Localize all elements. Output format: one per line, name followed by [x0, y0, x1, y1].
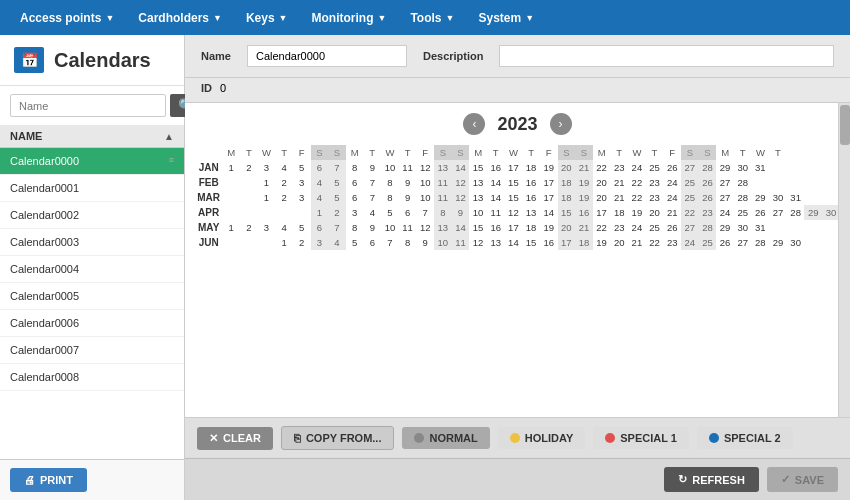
calendar-day[interactable]: 3	[311, 235, 329, 250]
calendar-day[interactable]: 22	[593, 160, 611, 175]
calendar-day[interactable]: 11	[452, 235, 470, 250]
calendar-day[interactable]: 23	[646, 175, 664, 190]
calendar-day[interactable]: 17	[558, 235, 576, 250]
nav-tools[interactable]: Tools ▼	[398, 0, 466, 35]
list-item[interactable]: Calendar0000 ≡	[0, 148, 184, 175]
normal-button[interactable]: NORMAL	[402, 427, 489, 449]
refresh-button[interactable]: ↻ REFRESH	[664, 467, 759, 492]
calendar-day[interactable]: 18	[522, 220, 540, 235]
calendar-day[interactable]: 14	[452, 220, 470, 235]
calendar-day[interactable]: 23	[610, 220, 628, 235]
calendar-day[interactable]: 9	[416, 235, 434, 250]
calendar-day[interactable]: 3	[293, 175, 311, 190]
calendar-day[interactable]: 31	[752, 220, 770, 235]
calendar-day[interactable]: 11	[399, 220, 417, 235]
copy-from-button[interactable]: ⎘ COPY FROM...	[281, 426, 395, 450]
calendar-day[interactable]: 26	[716, 235, 734, 250]
list-item[interactable]: Calendar0005	[0, 283, 184, 310]
calendar-day[interactable]: 21	[628, 235, 646, 250]
print-button[interactable]: 🖨 PRINT	[10, 468, 87, 492]
calendar-day[interactable]: 2	[240, 160, 258, 175]
calendar-day[interactable]: 9	[363, 220, 381, 235]
calendar-day[interactable]: 31	[752, 160, 770, 175]
calendar-day[interactable]: 13	[434, 220, 452, 235]
nav-system[interactable]: System ▼	[466, 0, 546, 35]
calendar-scrollbar[interactable]	[838, 103, 850, 417]
calendar-day[interactable]: 17	[505, 220, 523, 235]
calendar-day[interactable]: 29	[769, 235, 787, 250]
calendar-day[interactable]: 1	[275, 235, 293, 250]
calendar-day[interactable]: 1	[222, 220, 240, 235]
calendar-day[interactable]: 12	[505, 205, 523, 220]
calendar-day[interactable]: 24	[628, 160, 646, 175]
calendar-day[interactable]: 17	[540, 175, 558, 190]
calendar-day[interactable]: 4	[311, 190, 329, 205]
calendar-day[interactable]: 2	[275, 175, 293, 190]
calendar-day[interactable]: 24	[663, 190, 681, 205]
calendar-day[interactable]: 10	[381, 160, 399, 175]
calendar-day[interactable]: 5	[346, 235, 364, 250]
calendar-day[interactable]: 28	[787, 205, 805, 220]
calendar-day[interactable]: 13	[434, 160, 452, 175]
holiday-button[interactable]: HOLIDAY	[498, 427, 586, 449]
calendar-day[interactable]: 8	[346, 220, 364, 235]
calendar-day[interactable]: 21	[575, 220, 593, 235]
calendar-day[interactable]: 19	[575, 175, 593, 190]
calendar-day[interactable]: 19	[540, 160, 558, 175]
calendar-day[interactable]: 18	[575, 235, 593, 250]
calendar-day[interactable]: 21	[663, 205, 681, 220]
calendar-day[interactable]: 4	[275, 160, 293, 175]
calendar-day[interactable]: 25	[681, 190, 699, 205]
calendar-day[interactable]: 25	[681, 175, 699, 190]
calendar-day[interactable]: 17	[505, 160, 523, 175]
nav-cardholders[interactable]: Cardholders ▼	[126, 0, 234, 35]
calendar-day[interactable]: 29	[716, 160, 734, 175]
search-input[interactable]	[10, 94, 166, 117]
calendar-day[interactable]: 26	[699, 175, 717, 190]
special2-button[interactable]: SPECIAL 2	[697, 427, 793, 449]
calendar-day[interactable]: 15	[469, 160, 487, 175]
calendar-day[interactable]: 1	[222, 160, 240, 175]
calendar-day[interactable]: 14	[540, 205, 558, 220]
calendar-day[interactable]: 13	[469, 175, 487, 190]
special1-button[interactable]: SPECIAL 1	[593, 427, 689, 449]
calendar-day[interactable]: 17	[593, 205, 611, 220]
calendar-day[interactable]: 21	[610, 175, 628, 190]
nav-keys[interactable]: Keys ▼	[234, 0, 300, 35]
calendar-day[interactable]: 30	[769, 190, 787, 205]
calendar-day[interactable]: 6	[399, 205, 417, 220]
calendar-day[interactable]: 8	[381, 190, 399, 205]
name-input[interactable]	[247, 45, 407, 67]
calendar-day[interactable]: 1	[258, 175, 276, 190]
calendar-day[interactable]: 21	[575, 160, 593, 175]
calendar-day[interactable]: 8	[346, 160, 364, 175]
calendar-day[interactable]: 5	[293, 160, 311, 175]
nav-access-points[interactable]: Access points ▼	[8, 0, 126, 35]
calendar-day[interactable]: 27	[734, 235, 752, 250]
calendar-day[interactable]: 18	[558, 190, 576, 205]
calendar-day[interactable]: 4	[275, 220, 293, 235]
calendar-day[interactable]: 18	[522, 160, 540, 175]
calendar-day[interactable]: 27	[716, 175, 734, 190]
calendar-day[interactable]: 27	[716, 190, 734, 205]
calendar-day[interactable]: 26	[752, 205, 770, 220]
calendar-day[interactable]: 28	[734, 190, 752, 205]
calendar-day[interactable]: 19	[593, 235, 611, 250]
calendar-day[interactable]: 17	[540, 190, 558, 205]
calendar-day[interactable]: 24	[716, 205, 734, 220]
calendar-day[interactable]: 7	[328, 160, 346, 175]
calendar-day[interactable]: 1	[311, 205, 329, 220]
calendar-day[interactable]: 13	[522, 205, 540, 220]
calendar-day[interactable]: 6	[311, 220, 329, 235]
calendar-day[interactable]: 11	[434, 190, 452, 205]
list-item[interactable]: Calendar0003	[0, 229, 184, 256]
calendar-day[interactable]: 10	[416, 175, 434, 190]
calendar-day[interactable]: 27	[769, 205, 787, 220]
calendar-day[interactable]: 9	[452, 205, 470, 220]
calendar-day[interactable]: 4	[328, 235, 346, 250]
calendar-day[interactable]: 10	[381, 220, 399, 235]
calendar-day[interactable]: 9	[399, 175, 417, 190]
calendar-day[interactable]: 28	[699, 160, 717, 175]
calendar-day[interactable]: 10	[469, 205, 487, 220]
calendar-day[interactable]: 23	[663, 235, 681, 250]
